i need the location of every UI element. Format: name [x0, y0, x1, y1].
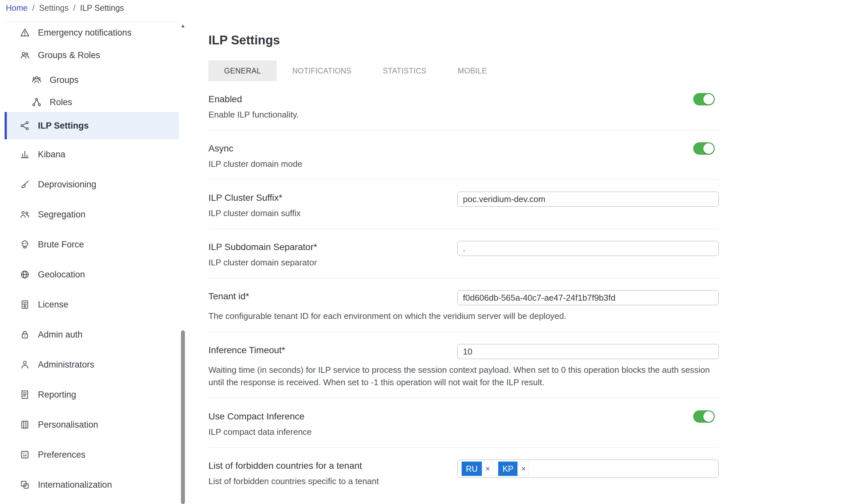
setting-row-forbidden-countries: List of forbidden countries for a tenant…: [208, 448, 719, 497]
sidebar-item-label: ILP Settings: [38, 121, 89, 131]
setting-label: Use Compact Inference: [208, 410, 312, 423]
tab-bar: GENERAL NOTIFICATIONS STATISTICS MOBILE: [208, 61, 719, 81]
settings-sidebar: Emergency notifications Groups & Roles G…: [4, 22, 179, 504]
sidebar-item-label: Kibana: [38, 150, 65, 160]
cluster-suffix-input[interactable]: [457, 191, 719, 207]
sidebar-item-reporting[interactable]: Reporting: [4, 380, 179, 410]
setting-label: Enabled: [208, 93, 299, 106]
lock-icon: [20, 329, 30, 340]
scrollbar-up-arrow[interactable]: ▲: [180, 23, 185, 29]
main-content: ILP Settings GENERAL NOTIFICATIONS STATI…: [208, 22, 719, 497]
sidebar-item-administrators[interactable]: Administrators: [4, 350, 179, 380]
setting-description: The configurable tenant ID for each envi…: [208, 310, 719, 322]
sidebar-item-emergency-notifications[interactable]: Emergency notifications: [4, 23, 179, 43]
globe-icon: [20, 269, 30, 280]
sidebar-item-label: Emergency notifications: [38, 28, 132, 38]
breadcrumb-separator: /: [32, 3, 35, 13]
network-icon: [20, 120, 30, 131]
setting-row-cluster-suffix: ILP Cluster Suffix* ILP cluster domain s…: [208, 180, 719, 229]
sidebar-item-label: Deprovisioning: [38, 179, 96, 190]
sidebar-item-personalisation[interactable]: Personalisation: [4, 410, 179, 440]
setting-row-subdomain-separator: ILP Subdomain Separator* ILP cluster dom…: [208, 229, 719, 278]
scrollbar-thumb[interactable]: [181, 330, 185, 504]
setting-row-enabled: Enabled Enable ILP functionality.: [208, 81, 719, 131]
setting-label: ILP Subdomain Separator*: [208, 241, 317, 253]
breadcrumb-settings-link[interactable]: Settings: [39, 3, 68, 13]
book-columns-icon: [20, 419, 30, 430]
sidebar-item-label: Preferences: [38, 450, 86, 460]
sidebar-item-label: Administrators: [38, 360, 94, 370]
setting-description: Waiting time (in seconds) for ILP servic…: [208, 364, 719, 388]
sidebar-item-segregation[interactable]: Segregation: [4, 199, 179, 229]
sidebar-item-label: Segregation: [38, 210, 86, 220]
breadcrumb: Home / Settings / ILP Settings: [6, 3, 124, 13]
page-title: ILP Settings: [208, 33, 719, 47]
chip-remove-icon[interactable]: ×: [482, 462, 493, 476]
setting-row-tenant-id: Tenant id* The configurable tenant ID fo…: [208, 278, 719, 332]
sidebar-item-preferences[interactable]: Preferences: [4, 440, 179, 470]
sidebar-item-label: Groups & Roles: [38, 50, 100, 61]
setting-label: Async: [208, 142, 302, 155]
enabled-toggle[interactable]: [693, 93, 715, 106]
person-icon: [20, 359, 30, 370]
setting-label: List of forbidden countries for a tenant: [208, 460, 379, 472]
sidebar-item-label: Roles: [50, 97, 72, 107]
sidebar-scrollbar[interactable]: ▲: [180, 22, 185, 504]
setting-description: ILP cluster domain suffix: [208, 207, 301, 219]
settings-box-icon: [20, 449, 30, 460]
users-icon: [20, 50, 30, 61]
sidebar-item-label: Brute Force: [38, 240, 84, 250]
forbidden-countries-chip-input[interactable]: RU × KP ×: [457, 460, 719, 478]
setting-description: ILP cluster domain mode: [208, 158, 302, 170]
sidebar-item-license[interactable]: License: [4, 289, 179, 320]
sidebar-item-ilp-settings[interactable]: ILP Settings: [4, 112, 179, 139]
subdomain-separator-input[interactable]: [457, 241, 719, 256]
tab-statistics[interactable]: STATISTICS: [367, 61, 442, 81]
tab-mobile[interactable]: MOBILE: [442, 61, 502, 81]
setting-description: ILP cluster domain separator: [208, 256, 317, 268]
setting-row-async: Async ILP cluster domain mode: [208, 131, 719, 180]
sidebar-item-groups-roles[interactable]: Groups & Roles: [4, 43, 179, 68]
setting-label: Inference Timeout*: [208, 344, 285, 357]
sidebar-item-kibana[interactable]: Kibana: [4, 139, 179, 169]
sidebar-item-brute-force[interactable]: Brute Force: [4, 229, 179, 260]
sidebar-item-label: Admin auth: [38, 330, 83, 340]
sidebar-item-label: Reporting: [38, 390, 76, 400]
tab-general[interactable]: GENERAL: [208, 61, 277, 81]
sidebar-item-label: Groups: [50, 75, 79, 85]
bar-chart-icon: [20, 149, 30, 160]
sidebar-item-admin-auth[interactable]: Admin auth: [4, 320, 179, 350]
overlapping-pages-icon: [20, 480, 30, 490]
async-toggle[interactable]: [693, 142, 715, 155]
breadcrumb-separator: /: [73, 3, 75, 13]
setting-row-inference-timeout: Inference Timeout* Waiting time (in seco…: [208, 332, 719, 398]
sidebar-item-label: License: [38, 300, 68, 310]
breadcrumb-home-link[interactable]: Home: [6, 3, 28, 13]
sidebar-item-label: Internationalization: [38, 480, 112, 490]
document-lines-icon: [20, 390, 30, 400]
toggle-knob: [703, 143, 714, 154]
tab-notifications[interactable]: NOTIFICATIONS: [277, 61, 367, 81]
toggle-knob: [703, 94, 714, 105]
broom-icon: [20, 179, 30, 190]
inference-timeout-input[interactable]: [457, 344, 719, 359]
country-chip-label: KP: [498, 462, 517, 476]
chip-remove-icon[interactable]: ×: [518, 462, 528, 476]
tenant-id-input[interactable]: [457, 290, 719, 305]
segregation-users-icon: [20, 209, 30, 220]
group-icon: [31, 75, 42, 85]
setting-description: List of forbidden countries specific to …: [208, 475, 379, 487]
sidebar-item-roles[interactable]: Roles: [4, 92, 179, 112]
sidebar-item-internationalization[interactable]: Internationalization: [4, 470, 179, 500]
certificate-icon: [20, 299, 30, 310]
setting-description: ILP compact data inference: [208, 426, 312, 438]
skull-icon: [20, 239, 30, 250]
setting-row-compact-inference: Use Compact Inference ILP compact data i…: [208, 398, 719, 448]
setting-label: Tenant id*: [208, 290, 249, 303]
sidebar-item-groups[interactable]: Groups: [4, 68, 179, 92]
setting-description: Enable ILP functionality.: [208, 109, 299, 120]
sidebar-item-label: Personalisation: [38, 420, 98, 430]
sidebar-item-deprovisioning[interactable]: Deprovisioning: [4, 169, 179, 199]
sidebar-item-geolocation[interactable]: Geolocation: [4, 260, 179, 289]
compact-inference-toggle[interactable]: [693, 410, 715, 423]
